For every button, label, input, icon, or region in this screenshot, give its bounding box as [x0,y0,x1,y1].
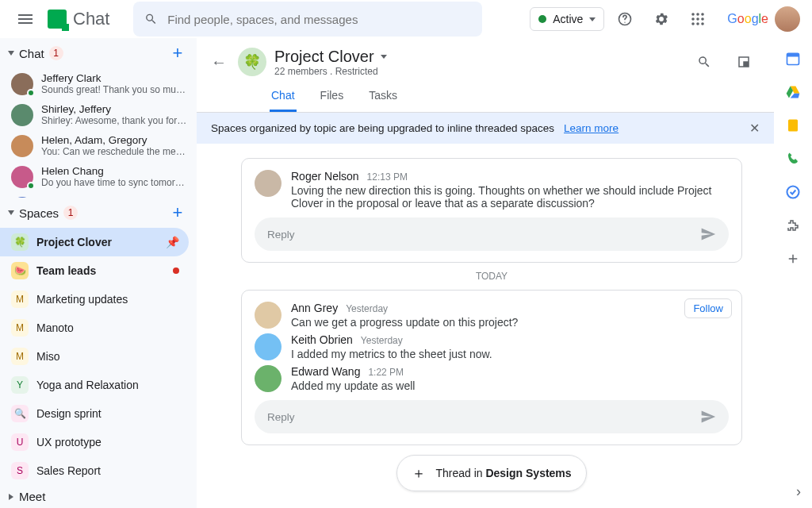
space-item[interactable]: 🍉Team leads [0,256,189,285]
apps-grid-icon [691,12,705,26]
calendar-icon [785,51,801,67]
section-meet-label: Meet [19,490,45,503]
space-icon: S [11,462,29,479]
new-space-button[interactable]: + [167,202,189,223]
message-avatar [255,170,282,197]
space-item[interactable]: 🔍Design sprint [0,399,189,428]
space-item[interactable]: 🍀Project Clover📌 [0,228,189,256]
search-in-space-button[interactable] [688,46,720,78]
svg-point-1 [625,22,626,23]
follow-button[interactable]: Follow [684,298,732,318]
search-box[interactable] [133,2,482,37]
svg-point-2 [692,13,695,16]
status-dot-icon [538,15,546,23]
calendar-app-button[interactable] [785,51,801,67]
back-button[interactable]: ← [208,50,230,75]
status-selector[interactable]: Active [530,7,604,31]
chevron-down-icon [8,51,14,56]
puzzle-icon [786,218,800,233]
menu-button[interactable] [10,3,41,35]
help-button[interactable] [609,3,641,35]
reply-input[interactable]: Reply [255,217,729,251]
roster-item[interactable]: Helen ChangDo you have time to sync tomo… [0,161,197,192]
pop-out-button[interactable] [728,46,760,78]
message-text: Added my update as well [291,379,729,392]
settings-button[interactable] [645,3,677,35]
tasks-app-button[interactable] [785,184,801,200]
message-text: I added my metrics to the sheet just now… [291,348,729,360]
space-item[interactable]: SSales Report [0,456,189,485]
tab-chat[interactable]: Chat [270,83,297,112]
search-input[interactable] [167,13,471,26]
chat-logo-icon [48,10,67,29]
brand-label: Chat [73,9,109,29]
space-icon: M [11,291,29,308]
space-label: Design sprint [36,407,102,420]
tasks-icon [785,184,801,200]
collapse-panel-button[interactable]: › [796,483,801,500]
section-meet[interactable]: Meet [0,485,197,508]
space-item[interactable]: MMarketing updates [0,285,189,314]
chevron-down-icon [8,210,14,215]
thread-card: Follow Ann GreyYesterday Can we get a pr… [241,290,742,445]
message-author: Roger Nelson [291,170,359,183]
section-chat[interactable]: Chat 1 + [0,38,197,68]
tab-files[interactable]: Files [319,83,346,112]
get-addons-button[interactable] [785,251,801,267]
tab-tasks[interactable]: Tasks [367,83,399,112]
message-author: Ann Grey [291,302,338,314]
new-chat-button[interactable]: + [167,43,189,64]
roster-name: Helen, Adam, Gregory [41,134,187,146]
roster-item[interactable]: Helen, Adam, GregoryYou: Can we reschedu… [0,130,197,161]
chevron-down-icon[interactable] [381,55,387,59]
chevron-down-icon [589,17,596,21]
section-spaces[interactable]: Spaces 1 + [0,198,197,228]
svg-point-9 [697,22,700,25]
space-label: UX prototype [36,436,102,448]
apps-button[interactable] [682,3,714,35]
banner-learn-more-link[interactable]: Learn more [564,122,619,134]
phone-app-button[interactable] [785,151,801,167]
svg-point-5 [692,17,695,21]
banner-text: Spaces organized by topic are being upgr… [211,122,554,134]
roster-item[interactable]: Shirley, JefferyShirley: Awesome, thank … [0,99,197,130]
message-time: 1:22 PM [368,367,404,378]
space-label: Manoto [36,321,74,334]
space-icon: 🔍 [11,405,29,422]
space-icon: M [11,319,29,337]
reply-input[interactable]: Reply [255,400,729,433]
banner-close-button[interactable]: ✕ [749,121,760,136]
keep-app-button[interactable] [785,117,801,133]
roster-avatar [11,73,33,95]
roster-item[interactable]: Ethan LattimoreGood morning Ann. May I a… [0,192,197,198]
roster-item[interactable]: Jeffery ClarkSounds great! Thank you so … [0,68,197,99]
message-time: Yesterday [361,335,403,346]
new-thread-chip[interactable]: ＋ Thread in Design Systems [396,455,586,491]
roster-avatar [11,166,33,188]
hamburger-icon [18,14,33,24]
space-item[interactable]: MManoto [0,314,189,342]
space-item[interactable]: UUX prototype [0,428,189,456]
addons-app-button[interactable] [785,217,801,233]
app-header: Chat Active Google [0,0,812,38]
space-item[interactable]: MMiso [0,342,189,371]
svg-rect-14 [788,120,798,132]
space-icon: Y [11,376,29,394]
sidebar: Chat 1 + Jeffery ClarkSounds great! Than… [0,38,197,508]
space-item[interactable]: YYoga and Relaxation [0,371,189,399]
message-time: 12:13 PM [367,171,408,183]
space-subtitle: 22 members . Restricted [274,66,387,77]
account-button[interactable]: Google [718,4,802,34]
roster-preview: Do you have time to sync tomorrow mori..… [41,177,187,188]
drive-icon [785,84,801,100]
svg-point-7 [702,17,705,21]
google-logo: Google [727,12,768,26]
roster-name: Shirley, Jeffery [41,103,187,115]
svg-point-4 [702,13,705,16]
plus-icon: ＋ [412,464,426,483]
pop-out-icon [737,55,751,69]
space-avatar: 🍀 [238,48,266,76]
drive-app-button[interactable] [785,84,801,100]
space-title: Project Clover [274,48,374,66]
roster-preview: Shirley: Awesome, thank you for the... [41,115,187,126]
